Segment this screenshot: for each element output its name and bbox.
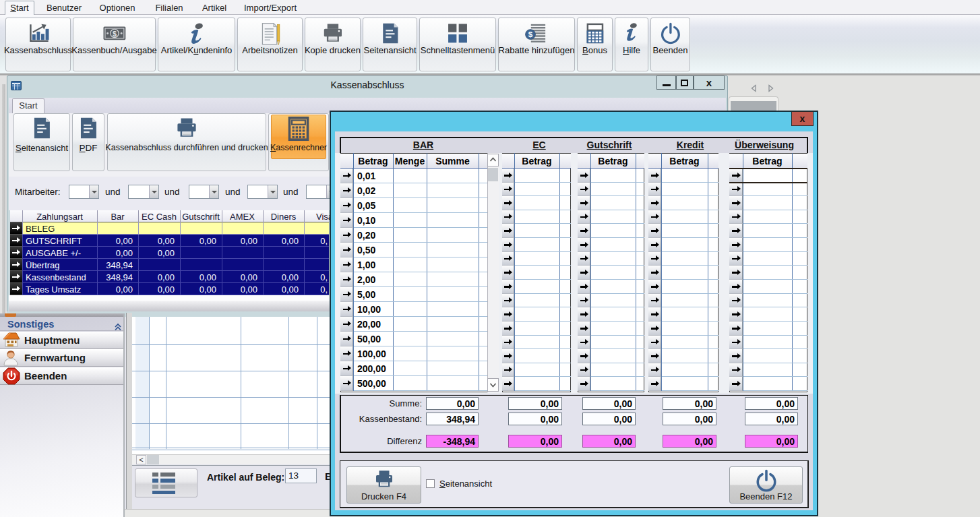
svg-text:$: $ <box>528 30 533 38</box>
svg-text:$: $ <box>113 30 117 38</box>
